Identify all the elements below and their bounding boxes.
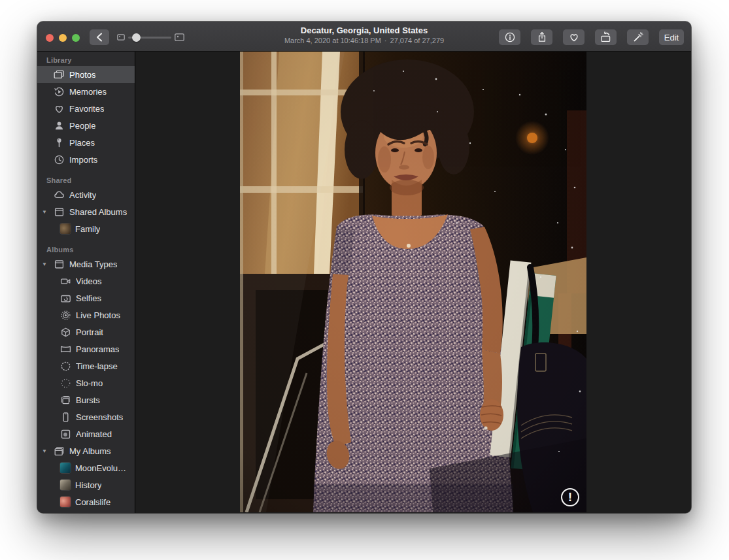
moonevolu-thumbnail [60, 463, 71, 473]
time-lapse-icon [60, 361, 71, 372]
history-thumbnail [60, 480, 71, 490]
sidebar-item-label: Family [75, 224, 100, 234]
sidebar-item-label: Live Photos [76, 310, 120, 320]
live-photos-icon [60, 310, 71, 321]
small-photo-icon [117, 34, 125, 41]
sidebar-item-screenshots[interactable]: Screenshots [37, 408, 135, 425]
section-header-shared: Shared [37, 174, 135, 186]
rotate-button[interactable] [595, 29, 617, 45]
album-icon [54, 206, 65, 218]
share-button[interactable] [531, 29, 552, 45]
zoom-window-button[interactable] [72, 34, 80, 42]
sidebar-item-bursts[interactable]: Bursts [37, 391, 135, 408]
meta-separator: · [384, 37, 387, 44]
sidebar-item-my-albums[interactable]: ▼ My Albums [37, 442, 135, 459]
sidebar-item-label: Memories [69, 87, 107, 97]
heart-icon [568, 31, 580, 43]
window-controls [46, 34, 80, 42]
sidebar: Library Photos Memories Favorites People… [37, 52, 135, 513]
my-albums-icon [54, 446, 65, 457]
sidebar-item-label: Slo-mo [76, 378, 103, 388]
sidebar-item-favorites[interactable]: Favorites [37, 100, 135, 117]
sidebar-item-family[interactable]: Family [37, 220, 135, 237]
sidebar-item-panoramas[interactable]: Panoramas [37, 340, 135, 357]
slo-mo-icon [60, 378, 71, 389]
panoramas-icon [60, 344, 71, 355]
sidebar-item-label: Favorites [69, 104, 104, 114]
section-header-library: Library [37, 54, 135, 66]
photo[interactable]: ! [240, 52, 586, 512]
sidebar-item-moonevolu[interactable]: MoonEvolu… [37, 459, 135, 476]
people-icon [54, 120, 65, 131]
disclosure-triangle[interactable]: ▼ [42, 261, 47, 267]
memories-icon [54, 86, 65, 97]
zoom-slider-knob[interactable] [132, 33, 141, 42]
sidebar-item-videos[interactable]: Videos [37, 272, 135, 289]
imports-icon [54, 154, 65, 165]
edit-button[interactable]: Edit [659, 29, 684, 45]
magic-wand-icon [632, 31, 644, 43]
bursts-icon [60, 395, 71, 406]
info-button[interactable] [499, 29, 520, 45]
sidebar-item-label: MoonEvolu… [75, 463, 126, 473]
disclosure-triangle[interactable]: ▼ [42, 209, 47, 215]
photo-view-area: ! [135, 52, 691, 513]
back-button[interactable] [90, 29, 109, 45]
info-icon [504, 31, 516, 43]
sidebar-item-label: Shared Albums [69, 207, 127, 217]
sidebar-item-label: Photos [69, 70, 95, 80]
coralslife-thumbnail [60, 497, 71, 507]
sidebar-item-memories[interactable]: Memories [37, 83, 135, 100]
sidebar-item-people[interactable]: People [37, 117, 135, 134]
animated-icon [60, 429, 71, 440]
auto-enhance-button[interactable] [627, 29, 649, 45]
photo-counter: 27,074 of 27,279 [390, 37, 445, 44]
sidebar-item-label: Portrait [76, 327, 103, 337]
chevron-left-icon [96, 33, 103, 42]
sidebar-item-label: My Albums [69, 446, 111, 456]
titlebar: Decatur, Georgia, United States March 4,… [37, 22, 691, 52]
sidebar-item-places[interactable]: Places [37, 134, 135, 151]
videos-icon [60, 276, 71, 287]
sidebar-item-slo-mo[interactable]: Slo-mo [37, 374, 135, 391]
selfies-icon [60, 293, 71, 304]
sidebar-item-label: Panoramas [76, 344, 119, 354]
sidebar-item-shared-albums[interactable]: ▼ Shared Albums [37, 203, 135, 220]
sidebar-item-time-lapse[interactable]: Time-lapse [37, 357, 135, 374]
zoom-slider[interactable] [117, 29, 184, 45]
minimize-button[interactable] [59, 34, 67, 42]
close-button[interactable] [46, 34, 54, 42]
sidebar-item-activity[interactable]: Activity [37, 186, 135, 203]
sidebar-item-label: Media Types [69, 259, 117, 269]
share-icon [536, 31, 548, 43]
sidebar-item-animated[interactable]: Animated [37, 425, 135, 442]
sidebar-item-live-photos[interactable]: Live Photos [37, 306, 135, 323]
photos-icon [54, 69, 65, 80]
sidebar-item-label: Activity [69, 190, 96, 200]
sync-error-badge: ! [561, 488, 579, 506]
sidebar-item-label: Time-lapse [76, 361, 118, 371]
toolbar-actions: Edit [499, 29, 684, 45]
sidebar-item-label: Videos [76, 276, 102, 286]
location-title: Decatur, Georgia, United States [284, 25, 444, 35]
date-text: March 4, 2020 at 10:46:18 PM [284, 37, 381, 44]
sidebar-item-label: Imports [69, 155, 97, 165]
zoom-slider-track[interactable] [128, 37, 171, 39]
sidebar-item-history[interactable]: History [37, 476, 135, 493]
sidebar-item-coralslife[interactable]: Coralslife [37, 493, 135, 510]
places-icon [54, 137, 65, 148]
family-thumbnail [60, 223, 71, 234]
heart-icon [54, 103, 65, 114]
sidebar-item-portrait[interactable]: Portrait [37, 323, 135, 340]
sidebar-item-photos[interactable]: Photos [37, 66, 135, 83]
favorite-button[interactable] [563, 29, 585, 45]
title-block: Decatur, Georgia, United States March 4,… [284, 25, 444, 45]
sidebar-item-selfies[interactable]: Selfies [37, 289, 135, 306]
screenshots-icon [60, 412, 71, 423]
sidebar-item-imports[interactable]: Imports [37, 151, 135, 168]
disclosure-triangle[interactable]: ▼ [42, 448, 47, 454]
photo-meta: March 4, 2020 at 10:46:18 PM·27,074 of 2… [284, 36, 444, 45]
sidebar-item-media-types[interactable]: ▼ Media Types [37, 255, 135, 272]
sidebar-item-label: Bursts [76, 395, 100, 405]
sidebar-item-label: Screenshots [76, 412, 123, 422]
